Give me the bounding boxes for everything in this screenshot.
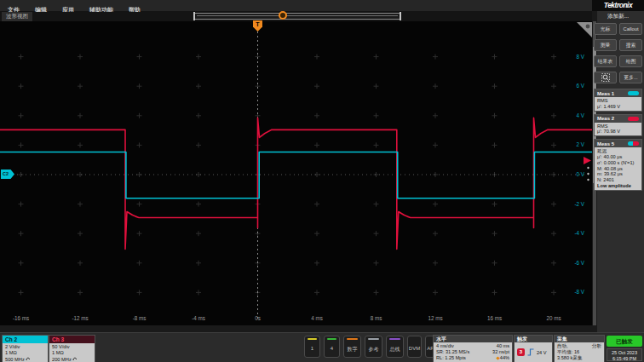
acquisition-badge[interactable]: 采集 自动,分析平均值: 163.580 k采集	[554, 335, 605, 362]
channel-color-stripe	[368, 338, 379, 340]
time-axis-label: -12 ms	[72, 315, 88, 321]
meas-source-pill	[628, 91, 639, 95]
meas-badge-body: RMSμ': 70.98 V	[595, 123, 641, 136]
acquisition-row: 平均值: 16	[557, 349, 601, 355]
expansion-marker-icon: ◆	[496, 355, 499, 360]
meas-badge-3[interactable]: Meas 5延迟μ': 40.00 μsσ': 0.000 s (N'=1)M:…	[594, 139, 642, 191]
meas-badge-header: Meas 1	[595, 89, 641, 97]
waveform-display[interactable]: -16 ms-12 ms-8 ms-4 ms0s4 ms8 ms12 ms16 …	[0, 21, 592, 325]
sidebar-button-more[interactable]: 更多...	[619, 72, 642, 83]
channel-color-stripe	[308, 338, 317, 340]
horizontal-row-right: 40 ms	[497, 343, 509, 349]
bottom-button-label: 参考	[365, 346, 382, 353]
sidebar-button-plot[interactable]: 绘图	[619, 55, 642, 67]
expansion-point-marker[interactable]	[279, 11, 287, 20]
channel-setting-line: 1 MΩ	[52, 350, 92, 356]
time-axis-label: 16 ms	[487, 315, 502, 321]
sidebar-button-results-table[interactable]: 结果表	[594, 55, 617, 67]
acquisition-row-right: 分析	[592, 343, 601, 349]
draw-a-box-corner[interactable]	[577, 22, 592, 37]
volt-axis-label: 4 V	[577, 112, 585, 118]
trigger-badge[interactable]: 触发 3 24 V	[514, 335, 553, 362]
horizontal-row-left: SR: 31.25 MS/s	[436, 349, 469, 355]
meas-badge-2[interactable]: Meas 2RMSμ': 70.98 V	[594, 114, 642, 137]
sidebar-button-grid: 光标Callout测量搜索结果表绘图更多...	[592, 23, 644, 83]
channel-badge-ch3[interactable]: Ch 350 V/div1 MΩ200 MHz	[49, 335, 95, 362]
horizontal-row-left: 4 ms/div	[436, 343, 454, 349]
handle-grip-dot[interactable]	[587, 179, 589, 181]
horizontal-badge[interactable]: 水平 4 ms/div40 msSR: 31.25 MS/s32 ns/ptRL…	[433, 335, 513, 362]
tektronix-logo: Tektronix	[592, 0, 644, 11]
channel-badge-settings: 2 V/div1 MΩ500 MHz	[3, 343, 48, 362]
time-axis-label: -16 ms	[13, 315, 29, 321]
trigger-title: 触发	[515, 336, 552, 342]
volt-axis-label: 6 V	[577, 83, 585, 89]
meas-source-pill	[628, 117, 639, 121]
meas-line: M: 40.08 μs	[597, 166, 639, 172]
tab-waveform-view[interactable]: 波形视图	[2, 12, 32, 21]
channel-setting-line: 50 V/div	[52, 344, 92, 350]
sidebar-button-cursor[interactable]: 光标	[594, 23, 617, 35]
meas-line: 延迟	[597, 148, 639, 154]
bottom-button-数字[interactable]: 数字	[343, 336, 361, 358]
horizontal-row: RL: 1.25 Mpts◆44%	[436, 355, 509, 361]
corner-widget-dot	[586, 25, 590, 29]
menu-bar: 文件编辑应用辅助功能帮助	[0, 0, 592, 12]
oscilloscope-app: 文件编辑应用辅助功能帮助 波形视图 T -16 ms-12 ms-8 ms-4 …	[0, 0, 644, 362]
time-axis-label: 12 ms	[428, 315, 442, 321]
sidebar-button-search[interactable]: 搜索	[619, 39, 642, 51]
time-axis-label: 4 ms	[311, 315, 323, 321]
bottom-button-dvm[interactable]: DVM	[407, 336, 422, 358]
trigger-level-value: 24 V	[537, 350, 547, 355]
meas-badge-body: 延迟μ': 40.00 μsσ': 0.000 s (N'=1)M: 40.08…	[595, 147, 641, 190]
trigger-source-chip: 3	[517, 348, 525, 356]
bottom-button-参考[interactable]: 参考	[365, 336, 382, 358]
add-new-label: 添加新...	[592, 13, 644, 20]
meas-line: μ': 70.98 V	[597, 129, 639, 135]
channel-color-stripe	[411, 338, 418, 340]
bottom-button-4[interactable]: 4	[324, 336, 340, 358]
meas-badge-header: Meas 2	[595, 115, 641, 123]
date-value: 25 Oct 2023	[607, 350, 641, 356]
graticule-grid	[19, 55, 557, 296]
horizontal-position-track[interactable]	[194, 13, 400, 20]
time-axis-label: 8 ms	[371, 315, 382, 321]
acquisition-title: 采集	[555, 336, 604, 342]
volt-axis-label: 2 V	[577, 141, 585, 147]
track-right-cap	[400, 12, 401, 20]
meas-badge-name: Meas 5	[597, 141, 614, 147]
horizontal-row-right: 32 ns/pt	[492, 349, 509, 355]
bottom-button-总线[interactable]: 总线	[386, 336, 404, 358]
probe-icon	[26, 356, 31, 361]
meas-line: N: 2401	[597, 177, 639, 183]
probe-icon	[72, 356, 78, 361]
channel-setting-line: 1 MΩ	[5, 350, 45, 356]
sidebar-button-callout[interactable]: Callout	[619, 23, 642, 35]
triggered-status-button[interactable]: 已触发	[607, 336, 642, 347]
bottom-button-1[interactable]: 1	[304, 336, 320, 358]
rising-edge-icon	[527, 348, 534, 356]
meas-badge-name: Meas 1	[597, 91, 614, 96]
channel-setting-line: 2 V/div	[5, 344, 45, 350]
handle-grip-dot[interactable]	[587, 167, 589, 169]
trigger-level-arrow[interactable]	[584, 157, 591, 164]
horizontal-row: 4 ms/div40 ms	[436, 343, 509, 349]
channel-color-stripe	[347, 338, 358, 340]
sidebar-button-measure[interactable]: 测量	[594, 39, 617, 51]
meas-badge-1[interactable]: Meas 1RMSμ': 1.469 V	[594, 89, 642, 112]
bottom-button-label: 1	[305, 346, 319, 351]
handle-grip-dot[interactable]	[587, 173, 589, 175]
sidebar-button-zoom-box[interactable]	[594, 72, 617, 83]
magnifier-icon	[601, 73, 610, 82]
horizontal-row-left: RL: 1.25 Mpts	[436, 355, 466, 361]
time-axis-label: -8 ms	[133, 315, 147, 321]
acquisition-row-left: 3.580 k采集	[557, 355, 583, 361]
waveform-ch2	[0, 152, 592, 198]
bottom-button-label: 4	[325, 346, 339, 351]
datetime-display: 25 Oct 2023 6:15:49 PM	[607, 348, 642, 361]
acquisition-row: 3.580 k采集	[557, 355, 601, 361]
channel-badge-ch2[interactable]: Ch 22 V/div1 MΩ500 MHz	[2, 335, 49, 362]
acquisition-row-left: 自动,	[557, 343, 568, 349]
meas-line: σ': 0.000 s (N'=1)	[597, 160, 639, 166]
horizontal-body: 4 ms/div40 msSR: 31.25 MS/s32 ns/ptRL: 1…	[434, 342, 512, 362]
